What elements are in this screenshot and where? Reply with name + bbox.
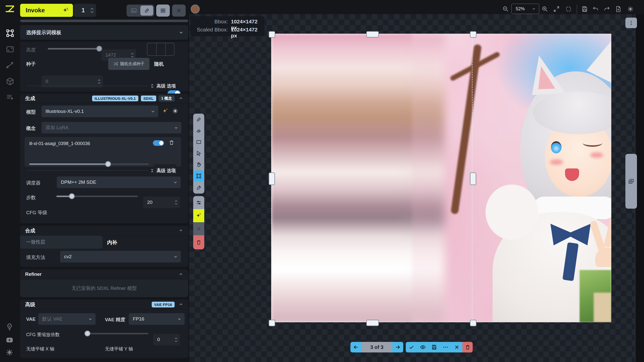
sidebar-item-workflows[interactable]	[6, 61, 15, 71]
invoke-region-button[interactable]	[193, 209, 204, 222]
settings-icon-sidebar[interactable]	[6, 348, 14, 357]
invoke-button[interactable]: Invoke	[20, 4, 73, 17]
discard-staging-button[interactable]	[451, 342, 462, 352]
sidebar-item-canvas[interactable]	[6, 29, 15, 39]
random-label: 随机	[154, 61, 164, 67]
canvas-context-menu-button[interactable]	[625, 18, 637, 28]
steps-input[interactable]: 20	[143, 197, 180, 208]
tab-coherence[interactable]: 一致性层	[20, 236, 102, 249]
prev-image-button[interactable]	[350, 342, 361, 352]
brush-mode-icon[interactable]	[140, 6, 153, 16]
generation-advanced-options[interactable]: 高级 选项	[150, 168, 176, 174]
staging-actions	[406, 342, 473, 352]
scheduler-select[interactable]: DPM++ 2M SDE	[57, 176, 181, 188]
height-slider[interactable]	[48, 46, 102, 52]
prompt-box-edge	[20, 20, 188, 22]
collapse-chevron-icon[interactable]	[179, 228, 183, 233]
bbox-handle-bottom-left[interactable]	[269, 320, 275, 326]
tab-inpaint[interactable]: 内补	[107, 239, 117, 246]
eraser-tool[interactable]	[193, 125, 204, 136]
generation-section: 生成 ILLUSTRIOUS-XL-V0.1 SDXL 1 概念 模型 Illu…	[20, 94, 188, 223]
save-image-button[interactable]	[428, 342, 440, 352]
bbox-handle-bottom-mid[interactable]	[366, 320, 379, 326]
undo-icon[interactable]	[592, 6, 599, 13]
preview-toggle-button[interactable]	[417, 342, 428, 352]
bbox-selection[interactable]	[271, 34, 472, 322]
lora-weight-knob[interactable]	[105, 161, 111, 167]
support-icon[interactable]	[6, 323, 14, 332]
cfg-rescale-input[interactable]: 0	[153, 334, 180, 345]
concept-count-badge: 1 概念	[159, 95, 175, 102]
bbox-handle-bottom-right[interactable]	[470, 320, 476, 326]
model-sparkle-icon[interactable]	[162, 108, 169, 114]
delete-staging-button[interactable]	[462, 342, 473, 352]
randomize-seed-button[interactable]: 随机生成种子	[108, 58, 149, 70]
bbox-handle-top-mid[interactable]	[366, 31, 379, 37]
sidebar-item-upscaling[interactable]	[6, 45, 15, 55]
eye-winking	[583, 139, 602, 147]
model-arch-badge: SDXL	[141, 96, 156, 101]
lora-enabled-toggle[interactable]	[153, 140, 164, 146]
eyedropper-tool[interactable]	[193, 182, 204, 193]
blush-right	[590, 152, 603, 158]
video-tutorials-icon[interactable]	[6, 336, 14, 345]
image-advanced-options[interactable]: 高级 选项	[150, 83, 176, 89]
canvas-mode-toggle[interactable]	[127, 5, 154, 17]
aspect-ratio-preview	[147, 43, 175, 56]
redo-icon[interactable]	[603, 6, 610, 13]
collapse-chevron-icon[interactable]	[179, 302, 183, 307]
filters-tool[interactable]	[193, 196, 204, 209]
scheduler-value: DPM++ 2M SDE	[61, 179, 96, 185]
bbox-tool[interactable]	[194, 170, 204, 182]
canvas-settings-gear-icon[interactable]	[627, 6, 634, 13]
cfg-rescale-knob[interactable]	[85, 331, 90, 336]
zoom-out-icon[interactable]	[502, 6, 509, 13]
bbox-handle-left-mid[interactable]	[269, 172, 275, 185]
sidebar-item-models[interactable]	[6, 77, 15, 87]
close-panel-button[interactable]	[172, 5, 186, 17]
height-label: 高度	[26, 47, 36, 53]
zoom-level-select[interactable]: 52%	[511, 4, 539, 14]
rect-tool[interactable]	[193, 136, 204, 148]
pan-tool[interactable]	[193, 159, 204, 170]
advanced-section: 高级 VAE FP16 VAE 默认 VAE VAE 精度 FP16 CFG 重…	[20, 300, 188, 358]
steps-knob[interactable]	[69, 193, 75, 199]
lora-weight-slider[interactable]	[29, 161, 149, 167]
bbox-handle-top-right[interactable]	[470, 31, 476, 38]
more-options-button[interactable]	[440, 342, 451, 352]
open-gallery-button[interactable]	[625, 154, 637, 209]
cfg-rescale-slider[interactable]	[85, 331, 148, 337]
save-canvas-icon[interactable]	[581, 6, 588, 13]
next-image-button[interactable]	[392, 342, 403, 352]
accept-image-button[interactable]	[406, 342, 417, 352]
brush-tool[interactable]	[193, 114, 204, 125]
zoom-in-icon[interactable]	[541, 6, 548, 13]
concepts-label: 概念	[26, 125, 36, 132]
concepts-select[interactable]: 添加 LoRA	[42, 122, 181, 133]
sidebar-item-queue[interactable]	[6, 93, 15, 103]
move-tool[interactable]	[193, 148, 204, 159]
cancel-button-disabled[interactable]	[193, 222, 204, 235]
fit-bbox-icon[interactable]	[565, 6, 572, 13]
queue-count-steppers[interactable]	[90, 4, 94, 17]
vae-precision-select[interactable]: FP16	[129, 313, 185, 325]
collapse-chevron-icon[interactable]	[179, 272, 183, 277]
collapse-chevron-icon[interactable]	[179, 96, 183, 101]
image-mode-icon[interactable]	[128, 6, 140, 16]
lora-delete-icon[interactable]	[169, 140, 175, 146]
queue-count-input[interactable]: 1	[74, 4, 96, 17]
vae-select[interactable]: 默认 VAE	[38, 313, 96, 325]
new-session-icon[interactable]	[615, 6, 622, 13]
infill-select[interactable]: cv2	[60, 251, 181, 262]
delete-layer-button[interactable]	[193, 235, 204, 249]
prompt-template-select[interactable]: 选择提示词模板	[20, 25, 188, 40]
bbox-handle-right-mid[interactable]	[470, 172, 476, 185]
active-color-swatch[interactable]	[191, 5, 200, 14]
menu-button[interactable]	[156, 5, 170, 17]
model-settings-gear-icon[interactable]	[172, 108, 178, 114]
steps-slider[interactable]	[56, 193, 138, 199]
bbox-handle-top-left[interactable]	[269, 31, 275, 38]
invoke-logo-icon	[4, 3, 16, 15]
fit-view-icon[interactable]	[553, 6, 560, 13]
model-select[interactable]: Illustrious-XL-v0.1	[42, 106, 158, 117]
